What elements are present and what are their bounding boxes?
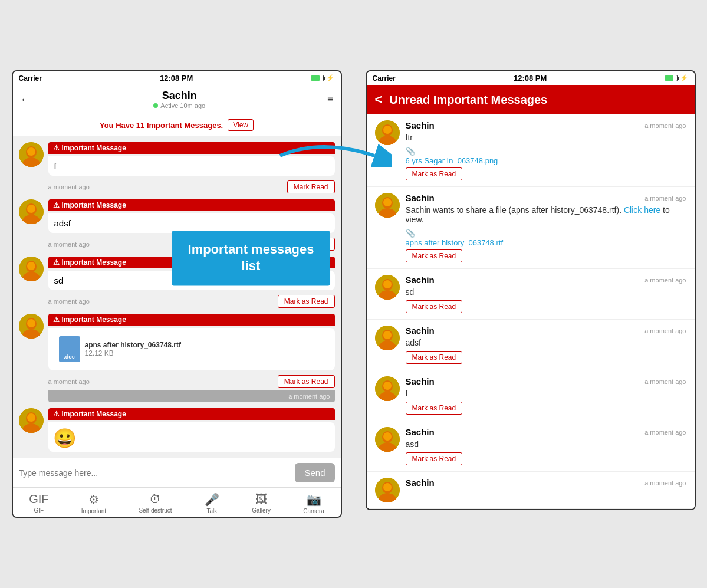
mark-read-btn-r3[interactable]: Mark as Read: [406, 300, 463, 313]
timestamp-1: a moment ago: [48, 183, 90, 190]
unread-text-2: Sachin wants to share a file (apns after…: [406, 205, 686, 224]
important-tag-3: ⚠ Important Message: [48, 257, 335, 268]
status-bar-right: Carrier 12:08 PM ⚡: [367, 71, 695, 85]
unread-item-6: Sachin a moment ago asd Mark as Read: [367, 421, 695, 472]
avatar-3: [19, 257, 44, 281]
toolbar-camera[interactable]: 📷 Camera: [303, 492, 324, 514]
mark-read-btn-r4[interactable]: Mark as Read: [406, 351, 463, 364]
chat-messages: ⚠ Important Message f a moment ago Mark …: [13, 136, 341, 458]
active-indicator: [153, 103, 158, 108]
mark-read-btn-r1[interactable]: Mark as Read: [406, 167, 463, 180]
svg-point-3: [27, 147, 35, 156]
unread-text-4: adsf: [406, 338, 686, 347]
message-item-1: ⚠ Important Message f a moment ago Mark …: [19, 142, 335, 193]
important-tag-4: ⚠ Important Message: [48, 314, 335, 326]
bottom-toolbar: GIF GIF ⚙ Important ⏱ Self-destruct 🎤 Ta…: [13, 487, 341, 517]
toolbar-talk[interactable]: 🎤 Talk: [205, 492, 219, 514]
toolbar-selfdestruct[interactable]: ⏱ Self-destruct: [139, 492, 172, 514]
unread-item-7: Sachin a moment ago: [367, 472, 695, 509]
unread-content-7: Sachin a moment ago: [406, 478, 686, 502]
unread-text-1: ftr: [406, 133, 686, 142]
mark-read-btn-r6[interactable]: Mark as Read: [406, 452, 463, 465]
mark-read-btn-3[interactable]: Mark as Read: [278, 295, 335, 308]
unread-avatar-1: [375, 120, 400, 145]
unread-item-2: Sachin a moment ago Sachin wants to shar…: [367, 187, 695, 269]
status-icons-right: ⚡: [665, 74, 688, 82]
filesize: 12.12 KB: [85, 349, 181, 357]
file-timestamp: a moment ago: [48, 390, 335, 402]
unread-avatar-7: [375, 478, 400, 502]
mark-read-btn-r2[interactable]: Mark as Read: [406, 249, 463, 262]
mark-read-btn-1[interactable]: Mark Read: [287, 180, 335, 193]
exclamation-icon-3: ⚠: [53, 258, 60, 267]
gallery-label: Gallery: [252, 507, 271, 514]
bubble-2: adsf: [48, 213, 335, 233]
toolbar-important[interactable]: ⚙ Important: [81, 492, 106, 514]
unread-item-3: Sachin a moment ago sd Mark as Read: [367, 269, 695, 320]
gallery-icon: 🖼: [255, 492, 267, 506]
unread-content-2: Sachin a moment ago Sachin wants to shar…: [406, 193, 686, 262]
message-item-4: ⚠ Important Message .doc apns after hist…: [19, 314, 335, 402]
banner-text: You Have 11 Important Messages.: [100, 121, 223, 130]
time-right: 12:08 PM: [514, 74, 547, 83]
avatar-5: [19, 408, 44, 433]
important-label: Important: [81, 508, 106, 514]
chat-header: ← Sachin Active 10m ago ≡: [13, 85, 341, 114]
view-button[interactable]: View: [228, 119, 254, 131]
message-item-5: ⚠ Important Message 😀: [19, 408, 335, 452]
unread-avatar-2: [375, 193, 400, 218]
bubble-1: f: [48, 156, 335, 176]
timestamp-2: a moment ago: [48, 241, 90, 248]
time-left: 12:08 PM: [160, 74, 193, 83]
carrier-right: Carrier: [373, 74, 396, 83]
unread-avatar-5: [375, 376, 400, 401]
left-phone: Carrier 12:08 PM ⚡ ← Sachin Active 10m a…: [12, 70, 342, 518]
unread-sender-4: Sachin: [406, 326, 435, 336]
file-icon: .doc: [59, 336, 80, 362]
unread-avatar-3: [375, 275, 400, 300]
bubble-4: .doc apns after history_063748.rtf 12.12…: [48, 328, 335, 370]
toolbar-gif[interactable]: GIF GIF: [29, 492, 48, 514]
important-banner: You Have 11 Important Messages. View: [13, 114, 341, 136]
avatar-2: [19, 199, 44, 224]
click-here-link[interactable]: Click here: [624, 205, 660, 215]
unread-sender-1: Sachin: [406, 120, 435, 130]
important-tag-2: ⚠ Important Message: [48, 199, 335, 211]
send-button[interactable]: Send: [295, 463, 334, 482]
unread-messages-list: Sachin a moment ago ftr 📎 6 yrs Sagar In…: [367, 114, 695, 509]
menu-button[interactable]: ≡: [327, 93, 334, 106]
unread-text-3: sd: [406, 287, 686, 297]
mark-read-btn-4[interactable]: Mark as Read: [278, 375, 335, 388]
mark-read-btn-r5[interactable]: Mark as Read: [406, 402, 463, 415]
bubble-footer-4: a moment ago Mark as Read: [48, 375, 335, 388]
back-button[interactable]: ←: [20, 93, 32, 106]
back-button-right[interactable]: <: [375, 92, 383, 107]
camera-label: Camera: [303, 508, 324, 514]
unread-header: < Unread Important Messages: [367, 85, 695, 114]
chat-subtitle: Active 10m ago: [153, 102, 205, 109]
bolt-icon: ⚡: [326, 74, 334, 82]
gif-label: GIF: [34, 507, 44, 514]
mark-read-btn-2[interactable]: Mark as Read: [278, 238, 335, 251]
svg-point-44: [383, 432, 392, 441]
avatar-1: [19, 142, 44, 167]
exclamation-icon-2: ⚠: [53, 201, 60, 209]
attachment-link-2[interactable]: apns after history_063748.rtf: [406, 238, 686, 247]
svg-point-40: [383, 382, 392, 390]
unread-time-6: a moment ago: [644, 429, 686, 436]
unread-time-1: a moment ago: [644, 122, 686, 129]
msg-text-1: f: [54, 161, 329, 171]
toolbar-gallery[interactable]: 🖼 Gallery: [252, 492, 271, 514]
unread-sender-3: Sachin: [406, 275, 435, 285]
timestamp-4: a moment ago: [48, 378, 90, 385]
attachment-link-1[interactable]: 6 yrs Sagar In_063748.png: [406, 156, 686, 165]
unread-content-5: Sachin a moment ago f Mark as Read: [406, 376, 686, 415]
bubble-wrap-1: ⚠ Important Message f a moment ago Mark …: [48, 142, 335, 193]
bubble-wrap-4: ⚠ Important Message .doc apns after hist…: [48, 314, 335, 402]
svg-point-28: [383, 198, 392, 206]
message-input[interactable]: [19, 468, 291, 478]
svg-point-24: [383, 126, 392, 134]
svg-point-19: [27, 413, 35, 422]
svg-point-36: [383, 331, 392, 339]
talk-label: Talk: [206, 508, 217, 514]
